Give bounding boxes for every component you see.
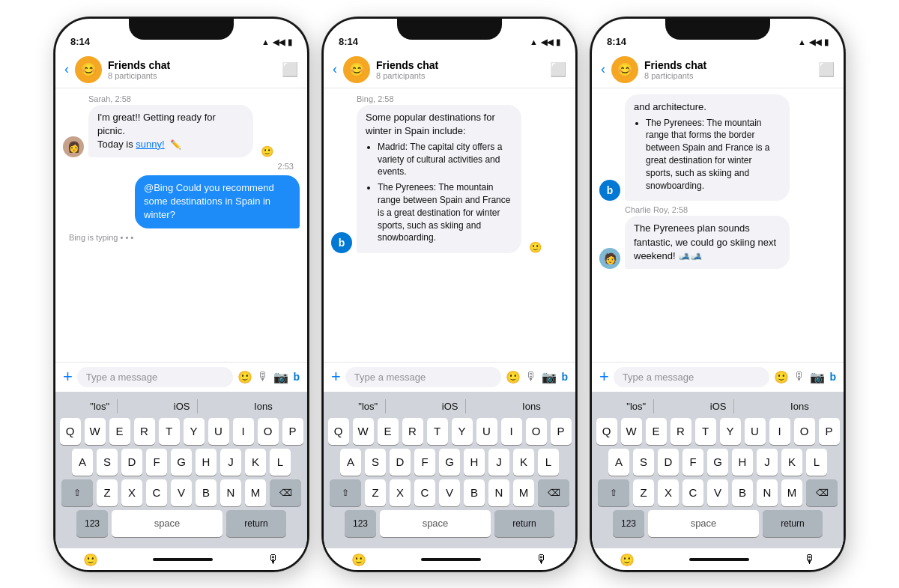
key-s-3[interactable]: S (633, 449, 654, 476)
key-q-1[interactable]: Q (60, 418, 81, 445)
key-i-1[interactable]: I (233, 418, 254, 445)
camera-icon-1[interactable]: 📷 (273, 370, 288, 384)
key-c-3[interactable]: C (682, 479, 703, 506)
key-e-2[interactable]: E (378, 418, 399, 445)
key-o-3[interactable]: O (794, 418, 815, 445)
mic-icon-3[interactable]: 🎙 (793, 370, 805, 384)
autocomplete-item-los-1[interactable]: "los" (82, 399, 118, 413)
key-j-2[interactable]: J (488, 449, 509, 476)
key-i-2[interactable]: I (501, 418, 522, 445)
key-t-1[interactable]: T (159, 418, 180, 445)
video-icon-3[interactable]: ⬜ (818, 61, 835, 78)
key-shift-2[interactable]: ⇧ (330, 479, 361, 506)
key-shift-1[interactable]: ⇧ (61, 479, 93, 506)
emoji-icon-1[interactable]: 🙂 (237, 370, 252, 384)
key-m-3[interactable]: M (781, 479, 802, 506)
key-h-2[interactable]: H (464, 449, 485, 476)
key-z-2[interactable]: Z (365, 479, 386, 506)
key-j-1[interactable]: J (220, 449, 241, 476)
bing-icon-input-1[interactable]: b (293, 371, 300, 383)
key-space-2[interactable]: space (380, 510, 491, 537)
mic-icon-1[interactable]: 🎙 (257, 370, 269, 384)
autocomplete-item-ios-3[interactable]: iOS (703, 399, 735, 413)
message-input-3[interactable]: Type a message (614, 367, 770, 387)
key-p-3[interactable]: P (819, 418, 840, 445)
key-m-1[interactable]: M (245, 479, 266, 506)
key-n-1[interactable]: N (220, 479, 241, 506)
key-n-3[interactable]: N (757, 479, 778, 506)
message-input-2[interactable]: Type a message (345, 367, 502, 387)
key-l-3[interactable]: L (806, 449, 827, 476)
autocomplete-item-los-3[interactable]: "los" (619, 399, 654, 413)
key-a-3[interactable]: A (608, 449, 629, 476)
key-x-1[interactable]: X (121, 479, 142, 506)
key-delete-3[interactable]: ⌫ (806, 479, 838, 506)
autocomplete-item-ions-1[interactable]: Ions (246, 399, 280, 413)
key-d-2[interactable]: D (390, 449, 411, 476)
key-s-1[interactable]: S (97, 449, 118, 476)
back-button-2[interactable]: ‹ (333, 61, 337, 77)
key-f-1[interactable]: F (146, 449, 167, 476)
key-f-2[interactable]: F (414, 449, 435, 476)
key-t-3[interactable]: T (695, 418, 716, 445)
key-shift-3[interactable]: ⇧ (598, 479, 629, 506)
key-delete-2[interactable]: ⌫ (538, 479, 569, 506)
key-c-1[interactable]: C (146, 479, 167, 506)
key-p-1[interactable]: P (282, 418, 303, 445)
autocomplete-item-ios-2[interactable]: iOS (435, 399, 467, 413)
video-icon-1[interactable]: ⬜ (282, 61, 298, 78)
key-v-2[interactable]: V (439, 479, 460, 506)
key-s-2[interactable]: S (365, 449, 386, 476)
key-y-3[interactable]: Y (720, 418, 741, 445)
key-123-1[interactable]: 123 (76, 510, 108, 537)
camera-icon-3[interactable]: 📷 (810, 370, 825, 384)
key-x-2[interactable]: X (390, 479, 411, 506)
key-e-1[interactable]: E (109, 418, 130, 445)
key-a-2[interactable]: A (340, 449, 361, 476)
key-z-1[interactable]: Z (97, 479, 118, 506)
key-u-1[interactable]: U (208, 418, 229, 445)
key-o-1[interactable]: O (258, 418, 279, 445)
key-g-3[interactable]: G (707, 449, 728, 476)
key-o-2[interactable]: O (526, 418, 547, 445)
camera-icon-2[interactable]: 📷 (542, 370, 557, 384)
key-d-1[interactable]: D (121, 449, 142, 476)
key-q-3[interactable]: Q (596, 418, 617, 445)
key-x-3[interactable]: X (658, 479, 679, 506)
key-w-3[interactable]: W (621, 418, 642, 445)
emoji-icon-2[interactable]: 🙂 (506, 370, 521, 384)
bing-icon-input-2[interactable]: b (561, 371, 568, 383)
key-q-2[interactable]: Q (328, 418, 349, 445)
autocomplete-item-los-2[interactable]: "los" (351, 399, 386, 413)
key-r-1[interactable]: R (134, 418, 155, 445)
key-y-2[interactable]: Y (452, 418, 473, 445)
key-123-2[interactable]: 123 (345, 510, 376, 537)
key-t-2[interactable]: T (427, 418, 448, 445)
add-attachment-1[interactable]: + (63, 367, 73, 387)
key-c-2[interactable]: C (414, 479, 435, 506)
key-space-3[interactable]: space (648, 510, 759, 537)
mic-icon-2[interactable]: 🎙 (525, 370, 537, 384)
key-e-3[interactable]: E (646, 418, 667, 445)
bing-icon-input-3[interactable]: b (829, 371, 836, 383)
key-h-1[interactable]: H (196, 449, 217, 476)
key-b-2[interactable]: B (464, 479, 485, 506)
message-input-1[interactable]: Type a message (77, 367, 234, 387)
back-button-3[interactable]: ‹ (601, 61, 605, 77)
sunny-link[interactable]: sunny! (136, 139, 164, 150)
emoji-icon-3[interactable]: 🙂 (774, 370, 789, 384)
key-return-1[interactable]: return (226, 510, 286, 537)
key-b-1[interactable]: B (196, 479, 217, 506)
key-123-3[interactable]: 123 (613, 510, 644, 537)
key-y-1[interactable]: Y (184, 418, 205, 445)
key-w-2[interactable]: W (353, 418, 374, 445)
key-l-1[interactable]: L (270, 449, 291, 476)
autocomplete-item-ios-1[interactable]: iOS (166, 399, 199, 413)
key-k-2[interactable]: K (513, 449, 534, 476)
key-l-2[interactable]: L (538, 449, 559, 476)
add-attachment-2[interactable]: + (331, 367, 341, 387)
key-g-2[interactable]: G (439, 449, 460, 476)
key-d-3[interactable]: D (658, 449, 679, 476)
back-button-1[interactable]: ‹ (64, 61, 69, 77)
key-r-2[interactable]: R (402, 418, 423, 445)
